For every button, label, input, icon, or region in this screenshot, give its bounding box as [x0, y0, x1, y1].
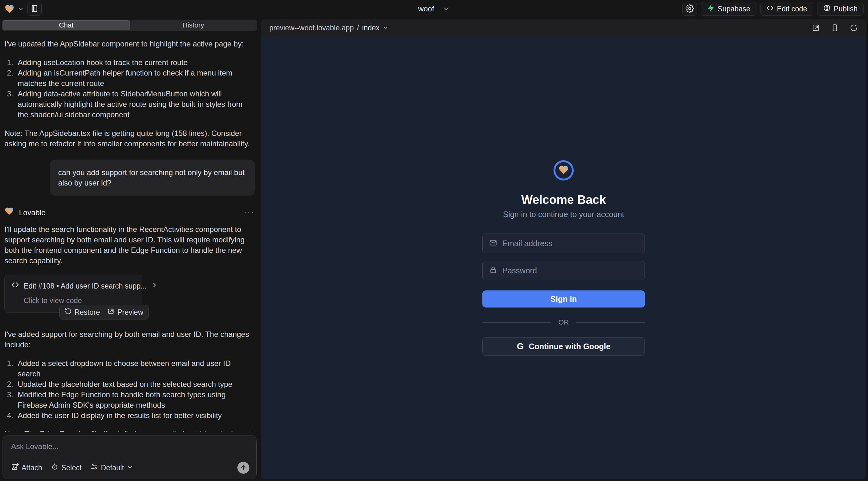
publish-label: Publish	[834, 5, 858, 13]
top-bar-left	[4, 2, 42, 16]
open-in-new-tab-icon[interactable]	[812, 24, 820, 32]
lovable-app: woof Supabase Edit code	[0, 0, 868, 481]
edit-code-button[interactable]: Edit code	[760, 2, 813, 16]
edit-card-title: Edit #108 • Add user ID search supp...	[24, 281, 147, 291]
assistant-note: Note: The Edge Function file (fetch-fire…	[4, 429, 255, 432]
preview-frame: preview--woof.lovable.app / index	[261, 19, 866, 479]
preview-domain: preview--woof.lovable.app	[269, 24, 354, 32]
version-actions-pill: Restore Preview	[59, 305, 149, 320]
edit-block: Edit #108 • Add user ID search supp... C…	[4, 275, 149, 313]
chat-mode-dropdown[interactable]: Default	[90, 463, 133, 473]
gear-icon	[686, 4, 694, 13]
assistant-ordered-list: 1.Adding useLocation hook to track the c…	[4, 57, 255, 120]
chat-panel: Chat History I've updated the AppSidebar…	[0, 18, 259, 481]
code-brackets-icon	[11, 281, 19, 292]
continue-with-google-button[interactable]: G Continue with Google	[483, 337, 645, 356]
preview-actions	[812, 24, 858, 32]
top-bar-right: Supabase Edit code Publish	[682, 2, 864, 16]
tab-history[interactable]: History	[130, 20, 257, 30]
list-item: 4.Added the user ID display in the resul…	[4, 410, 255, 421]
project-chevron-down-icon	[442, 5, 450, 13]
supabase-button[interactable]: Supabase	[701, 2, 756, 16]
email-field-wrap	[483, 233, 645, 253]
restore-rotate-icon	[65, 308, 72, 317]
lock-icon	[489, 266, 497, 275]
or-divider: OR	[483, 318, 645, 326]
mobile-view-icon[interactable]	[831, 24, 839, 32]
mail-icon	[489, 238, 497, 248]
chat-message-list[interactable]: I've updated the AppSidebar component to…	[0, 31, 259, 432]
toggle-sidebar-button[interactable]	[27, 2, 42, 16]
restore-button[interactable]: Restore	[65, 308, 100, 317]
assistant-paragraph: I've added support for searching by both…	[4, 329, 255, 350]
chevron-right-icon	[151, 281, 158, 291]
assistant-name: Lovable	[19, 207, 45, 218]
sign-in-card: Welcome Back Sign in to continue to your…	[483, 160, 645, 356]
logo-chevron-down-icon[interactable]	[18, 6, 24, 12]
preview-button[interactable]: Preview	[107, 308, 143, 317]
preview-url-bar[interactable]: preview--woof.lovable.app / index	[269, 24, 388, 32]
or-label: OR	[559, 318, 569, 326]
chat-composer: Attach Select Default	[3, 436, 257, 479]
assistant-paragraph: I've updated the AppSidebar component to…	[4, 38, 255, 49]
list-item: 3.Modified the Edge Function to handle b…	[4, 389, 255, 410]
publish-button[interactable]: Publish	[817, 2, 864, 16]
preview-app-content: Welcome Back Sign in to continue to your…	[261, 37, 866, 479]
supabase-bolt-icon	[707, 4, 714, 13]
chevron-down-icon	[127, 463, 133, 472]
arrow-up-icon	[240, 464, 247, 472]
send-button[interactable]	[238, 462, 249, 474]
app-heart-icon	[558, 164, 569, 177]
google-g-icon: G	[517, 341, 524, 351]
assistant-paragraph: I'll update the search functionality in …	[4, 224, 255, 266]
list-item: 2.Updated the placeholder text based on …	[4, 379, 255, 389]
route-chevron-down-icon	[383, 24, 388, 32]
lovable-logo-heart-icon[interactable]	[4, 4, 14, 14]
assistant-header: Lovable ···	[4, 206, 255, 218]
preview-panel: preview--woof.lovable.app / index	[259, 18, 868, 481]
message-more-menu-icon[interactable]: ···	[244, 207, 255, 218]
top-bar: woof Supabase Edit code	[0, 0, 868, 18]
preview-toolbar: preview--woof.lovable.app / index	[261, 19, 866, 37]
attach-button[interactable]: Attach	[11, 463, 42, 473]
target-icon	[51, 463, 59, 473]
composer-toolbar: Attach Select Default	[11, 462, 249, 474]
edit-code-label: Edit code	[777, 5, 807, 13]
list-item: 2.Adding an isCurrentPath helper functio…	[4, 68, 255, 89]
lovable-avatar-heart-icon	[4, 206, 14, 218]
app-logo-ring	[554, 160, 574, 181]
preview-url-separator: /	[357, 24, 359, 32]
chat-history-tabs: Chat History	[2, 20, 257, 31]
project-name: woof	[418, 4, 434, 13]
password-field[interactable]	[502, 266, 638, 275]
sign-in-button[interactable]: Sign in	[483, 290, 645, 308]
project-switcher[interactable]: woof	[418, 0, 450, 18]
list-item: 3.Adding data-active attribute to Sideba…	[4, 89, 255, 120]
sliders-icon	[90, 463, 98, 473]
welcome-subtitle: Sign in to continue to your account	[503, 210, 624, 219]
assistant-ordered-list: 1.Added a select dropdown to choose betw…	[4, 358, 255, 421]
refresh-icon[interactable]	[850, 24, 858, 32]
globe-icon	[823, 4, 831, 13]
settings-button[interactable]	[682, 2, 697, 16]
attach-image-icon	[11, 463, 19, 473]
edit-card-subtitle: Click to view code	[24, 295, 135, 306]
email-field[interactable]	[502, 239, 638, 248]
user-message-bubble: can you add support for searching not on…	[50, 160, 255, 196]
edit-card-header: Edit #108 • Add user ID search supp...	[11, 281, 135, 292]
sidebar-panel-icon	[30, 4, 38, 13]
tab-chat[interactable]: Chat	[3, 20, 130, 30]
preview-route: index	[362, 24, 380, 32]
external-link-icon	[107, 308, 115, 317]
password-field-wrap	[483, 261, 645, 280]
code-brackets-icon	[766, 4, 774, 13]
welcome-title: Welcome Back	[521, 193, 606, 207]
select-element-button[interactable]: Select	[51, 463, 82, 473]
main-area: Chat History I've updated the AppSidebar…	[0, 18, 868, 481]
chat-input[interactable]	[11, 442, 249, 451]
assistant-note: Note: The AppSidebar.tsx file is getting…	[4, 128, 255, 149]
list-item: 1.Added a select dropdown to choose betw…	[4, 358, 255, 379]
supabase-label: Supabase	[717, 5, 750, 13]
list-item: 1.Adding useLocation hook to track the c…	[4, 57, 255, 68]
